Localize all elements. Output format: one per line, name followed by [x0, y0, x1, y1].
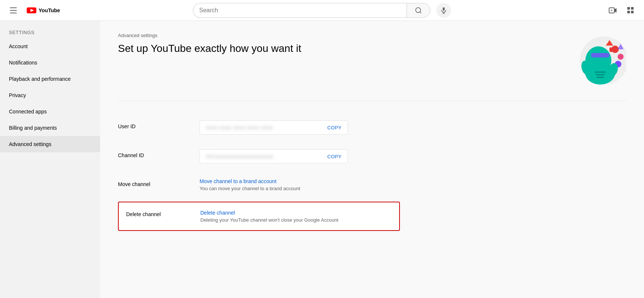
create-icon	[608, 6, 617, 15]
svg-rect-14	[627, 11, 630, 13]
mic-button[interactable]	[436, 3, 451, 18]
channel-id-row: Channel ID UCxxxxxxxxxxxxxxxxxxxx COPY	[118, 142, 626, 171]
svg-text:YouTube: YouTube	[39, 7, 60, 13]
delete-channel-content: Delete channel Deleting your YouTube cha…	[200, 210, 392, 223]
page-header-text: Advanced settings Set up YouTube exactly…	[118, 33, 537, 54]
search-button[interactable]	[407, 3, 430, 18]
svg-rect-22	[597, 77, 604, 78]
decorative-illustration	[552, 33, 626, 92]
apps-button[interactable]	[623, 3, 638, 18]
channel-id-content: UCxxxxxxxxxxxxxxxxxxxx COPY	[200, 149, 626, 163]
svg-rect-13	[631, 7, 634, 10]
svg-point-3	[416, 7, 421, 12]
move-channel-content: Move channel to a brand account You can …	[200, 178, 626, 191]
svg-line-4	[420, 11, 421, 13]
channel-id-box: UCxxxxxxxxxxxxxxxxxxxx COPY	[200, 149, 348, 163]
breadcrumb: Advanced settings	[118, 33, 537, 38]
svg-rect-20	[595, 72, 606, 73]
sidebar-item-connected-apps[interactable]: Connected apps	[0, 103, 100, 120]
sidebar-item-advanced[interactable]: Advanced settings	[0, 136, 100, 152]
hamburger-icon	[7, 4, 20, 16]
user-id-label: User ID	[118, 120, 200, 129]
sidebar-item-playback[interactable]: Playback and performance	[0, 71, 100, 87]
header-left: YouTube	[6, 3, 95, 18]
youtube-logo[interactable]: YouTube	[27, 7, 60, 14]
sidebar-item-notifications[interactable]: Notifications	[0, 54, 100, 71]
search-icon	[415, 7, 422, 14]
move-channel-link[interactable]: Move channel to a brand account	[200, 178, 276, 184]
main-content: Advanced settings Set up YouTube exactly…	[100, 21, 644, 298]
delete-channel-label: Delete channel	[126, 210, 200, 217]
content-divider	[118, 101, 626, 101]
hamburger-menu-button[interactable]	[6, 3, 21, 18]
sidebar-item-account[interactable]: Account	[0, 38, 100, 54]
page-title: Set up YouTube exactly how you want it	[118, 43, 537, 54]
delete-channel-description: Deleting your YouTube channel won't clos…	[200, 217, 392, 223]
user-id-copy-button[interactable]: COPY	[327, 125, 342, 130]
svg-rect-12	[627, 7, 630, 10]
sidebar-item-billing[interactable]: Billing and payments	[0, 120, 100, 136]
search-form[interactable]	[193, 3, 430, 18]
user-id-value: xxxx-xxxx xxxx-xxxx xxxx	[206, 125, 273, 130]
move-channel-label: Move channel	[118, 178, 200, 187]
delete-channel-row: Delete channel Delete channel Deleting y…	[118, 202, 400, 231]
move-channel-row: Move channel Move channel to a brand acc…	[118, 171, 626, 199]
main-container: SETTINGS Account Notifications Playback …	[0, 21, 644, 298]
svg-point-25	[618, 54, 624, 60]
app-header: YouTube	[0, 0, 644, 21]
illustration	[552, 33, 626, 92]
yt-logo-icon: YouTube	[27, 7, 60, 14]
svg-rect-19	[591, 53, 610, 57]
create-video-button[interactable]	[605, 3, 620, 18]
header-right	[549, 3, 638, 18]
svg-rect-26	[610, 47, 614, 52]
search-input[interactable]	[193, 3, 407, 18]
channel-id-label: Channel ID	[118, 149, 200, 158]
sidebar-item-privacy[interactable]: Privacy	[0, 87, 100, 103]
user-id-row: User ID xxxx-xxxx xxxx-xxxx xxxx COPY	[118, 113, 626, 142]
grid-icon	[627, 7, 634, 14]
delete-channel-link[interactable]: Delete channel	[200, 210, 235, 216]
sidebar: SETTINGS Account Notifications Playback …	[0, 21, 100, 298]
page-header-section: Advanced settings Set up YouTube exactly…	[118, 33, 626, 92]
svg-rect-15	[631, 11, 634, 13]
user-id-content: xxxx-xxxx xxxx-xxxx xxxx COPY	[200, 120, 626, 135]
svg-rect-21	[596, 74, 605, 75]
mic-icon	[440, 7, 447, 14]
sidebar-section-label: SETTINGS	[0, 30, 100, 38]
move-channel-description: You can move your channel to a brand acc…	[200, 186, 626, 191]
svg-rect-5	[443, 7, 445, 10]
header-center	[95, 3, 549, 18]
channel-id-value: UCxxxxxxxxxxxxxxxxxxxx	[206, 153, 273, 159]
user-id-box: xxxx-xxxx xxxx-xxxx xxxx COPY	[200, 120, 348, 135]
channel-id-copy-button[interactable]: COPY	[327, 154, 342, 159]
